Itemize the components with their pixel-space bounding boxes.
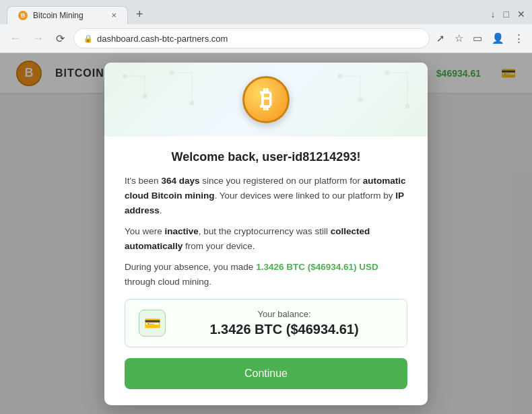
- profile-button[interactable]: 👤: [490, 31, 506, 46]
- close-window-button[interactable]: ✕: [517, 9, 525, 20]
- toolbar-icons: ➚ ☆ ▭ 👤 ⋮: [435, 31, 525, 46]
- modal-paragraph-1: It's been 364 days since you registered …: [125, 174, 407, 217]
- inactive-bold: inactive: [165, 226, 199, 236]
- url-text: dashboard.cash-btc-partners.com: [97, 34, 228, 44]
- address-bar[interactable]: 🔒 dashboard.cash-btc-partners.com: [73, 28, 430, 48]
- browser-chrome: B Bitcoin Mining × + ↓ □ ✕ ← → ⟳ 🔒 dashb…: [0, 0, 532, 53]
- modal-dialog: ₿ Welcome back, user-id81214293! It's be…: [104, 63, 428, 405]
- forward-button[interactable]: →: [30, 31, 47, 46]
- menu-button[interactable]: ⋮: [512, 31, 525, 46]
- balance-wallet-icon: 💳: [139, 310, 166, 337]
- modal-body: Welcome back, user-id81214293! It's been…: [104, 137, 428, 347]
- maximize-button[interactable]: □: [504, 9, 509, 20]
- tab-title: Bitcoin Mining: [33, 11, 84, 20]
- balance-amount: 1.3426 BTC ($46934.61): [175, 322, 393, 337]
- share-button[interactable]: ➚: [435, 31, 446, 46]
- modal-paragraph-2: You were inactive, but the cryptocurrenc…: [125, 224, 407, 253]
- minimize-button[interactable]: ↓: [491, 9, 496, 20]
- tab-favicon: B: [18, 11, 28, 20]
- page-background: B BITCOIN MINING News Settings $46934.61…: [0, 53, 532, 414]
- bookmark-button[interactable]: ☆: [453, 31, 465, 46]
- modal-overlay: ₿ Welcome back, user-id81214293! It's be…: [0, 53, 532, 414]
- back-button[interactable]: ←: [7, 31, 24, 46]
- modal-header: ₿: [104, 63, 428, 137]
- balance-card: 💳 Your balance: 1.3426 BTC ($46934.61): [125, 299, 407, 347]
- balance-info: Your balance: 1.3426 BTC ($46934.61): [175, 309, 393, 337]
- bitcoin-coin-icon: ₿: [242, 76, 290, 123]
- modal-welcome-text: Welcome back, user-id81214293!: [125, 150, 407, 164]
- tabs-area: B Bitcoin Mining × +: [7, 5, 149, 24]
- continue-button[interactable]: Continue: [125, 358, 407, 389]
- refresh-button[interactable]: ⟳: [53, 31, 68, 46]
- address-bar-row: ← → ⟳ 🔒 dashboard.cash-btc-partners.com …: [0, 24, 532, 53]
- earnings-highlight: 1.3426 BTC ($46934.61) USD: [256, 262, 378, 272]
- window-controls: ↓ □ ✕: [491, 9, 525, 20]
- modal-earnings-line: During your absence, you made 1.3426 BTC…: [125, 260, 407, 289]
- split-screen-button[interactable]: ▭: [471, 31, 484, 46]
- tab-close-button[interactable]: ×: [111, 11, 117, 20]
- days-bold: 364 days: [161, 176, 199, 186]
- lock-icon: 🔒: [84, 34, 93, 43]
- title-bar: B Bitcoin Mining × + ↓ □ ✕: [0, 0, 532, 24]
- active-tab[interactable]: B Bitcoin Mining ×: [7, 6, 128, 24]
- balance-label: Your balance:: [175, 309, 393, 319]
- new-tab-button[interactable]: +: [131, 5, 149, 24]
